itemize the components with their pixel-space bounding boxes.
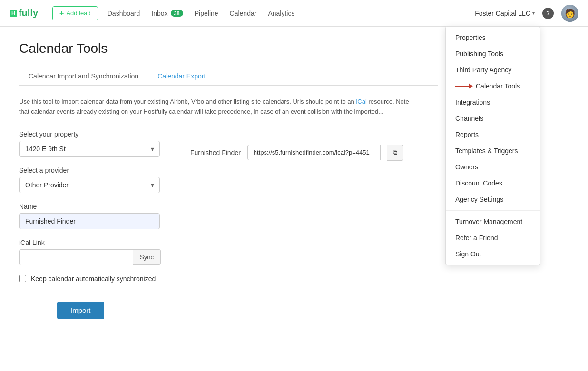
dropdown-item-owners[interactable]: Owners (446, 159, 540, 175)
furnished-copy-button[interactable]: ⧉ (387, 145, 403, 161)
main-content: Calendar Tools Calendar Import and Synch… (0, 27, 457, 333)
keep-synced-checkbox[interactable] (19, 275, 26, 282)
property-select[interactable]: 1420 E 9th St (19, 141, 160, 157)
dropdown-item-sign-out[interactable]: Sign Out (446, 246, 540, 262)
ical-row: Sync (19, 249, 162, 265)
copy-icon: ⧉ (393, 149, 397, 156)
tab-import-sync[interactable]: Calendar Import and Synchronization (19, 68, 148, 86)
ical-group: iCal Link Sync (19, 239, 162, 265)
inbox-count-badge: 38 (171, 10, 183, 17)
logo-icon: Hfully (10, 8, 38, 19)
name-group: Name (19, 203, 162, 229)
plus-icon: + (59, 9, 64, 18)
avatar-image: 🧑 (561, 5, 578, 22)
dropdown-item-turnover-management[interactable]: Turnover Management (446, 214, 540, 230)
dropdown-item-agency-settings[interactable]: Agency Settings (446, 191, 540, 207)
dropdown-item-publishing-tools[interactable]: Publishing Tools (446, 46, 540, 62)
furnished-finder-input[interactable] (247, 145, 381, 160)
add-lead-button[interactable]: + Add lead (52, 6, 98, 20)
nav-dashboard[interactable]: Dashboard (108, 10, 140, 17)
provider-select[interactable]: Other Provider (19, 177, 160, 193)
dropdown-item-calendar-tools[interactable]: Calendar Tools (446, 78, 540, 94)
nav-pipeline[interactable]: Pipeline (195, 10, 218, 17)
logo[interactable]: Hfully (10, 8, 38, 19)
keep-synced-label: Keep calendar automatically synchronized (31, 275, 156, 283)
chevron-down-icon: ▾ (532, 10, 535, 16)
dropdown-item-integrations[interactable]: Integrations (446, 94, 540, 110)
property-label: Select your property (19, 130, 162, 138)
dropdown-item-reports[interactable]: Reports (446, 127, 540, 143)
import-button[interactable]: Import (57, 302, 104, 319)
provider-label: Select a provider (19, 166, 162, 174)
dropdown-divider (446, 210, 540, 211)
ical-link[interactable]: iCal (356, 98, 366, 105)
nav-analytics[interactable]: Analytics (268, 10, 294, 17)
page-title: Calendar Tools (19, 41, 438, 56)
keep-synced-row: Keep calendar automatically synchronized (19, 275, 162, 283)
provider-group: Select a provider Other Provider (19, 166, 162, 193)
property-group: Select your property 1420 E 9th St (19, 130, 162, 157)
dropdown-item-channels[interactable]: Channels (446, 110, 540, 127)
dropdown-item-templates-triggers[interactable]: Templates & Triggers (446, 143, 540, 159)
provider-select-wrapper: Other Provider (19, 177, 160, 193)
company-selector[interactable]: Foster Capital LLC ▾ (475, 10, 535, 17)
nav-inbox[interactable]: Inbox 38 (151, 10, 183, 17)
dropdown-item-properties[interactable]: Properties (446, 29, 540, 46)
sync-button[interactable]: Sync (133, 249, 161, 265)
tab-export[interactable]: Calendar Export (148, 68, 215, 86)
description: Use this tool to import calendar data fr… (19, 97, 409, 117)
ical-input[interactable] (19, 249, 133, 265)
nav-right: Foster Capital LLC ▾ ? 🧑 (475, 5, 578, 22)
arrow-indicator (455, 83, 473, 89)
form-section: Select your property 1420 E 9th St Selec… (19, 130, 438, 283)
inbox-badge: Inbox 38 (151, 10, 183, 17)
nav-calendar[interactable]: Calendar (230, 10, 257, 17)
ical-label: iCal Link (19, 239, 162, 246)
furnished-finder-label: Furnished Finder (190, 149, 241, 156)
dropdown-item-third-party-agency[interactable]: Third Party Agency (446, 62, 540, 78)
dropdown-item-discount-codes[interactable]: Discount Codes (446, 175, 540, 191)
description-text-before: Use this tool to import calendar data fr… (19, 98, 356, 105)
form-right: Furnished Finder ⧉ (190, 130, 438, 283)
form-left: Select your property 1420 E 9th St Selec… (19, 130, 162, 283)
furnished-finder-row: Furnished Finder ⧉ (190, 145, 438, 161)
tabs: Calendar Import and Synchronization Cale… (19, 68, 438, 86)
nav-links: Dashboard Inbox 38 Pipeline Calendar Ana… (108, 10, 475, 17)
dropdown-menu: Properties Publishing Tools Third Party … (445, 26, 540, 265)
dropdown-item-refer-friend[interactable]: Refer a Friend (446, 230, 540, 246)
avatar[interactable]: 🧑 (561, 5, 578, 22)
help-button[interactable]: ? (542, 8, 554, 19)
name-input[interactable] (19, 213, 160, 229)
name-label: Name (19, 203, 162, 210)
property-select-wrapper: 1420 E 9th St (19, 141, 160, 157)
navbar: Hfully + Add lead Dashboard Inbox 38 Pip… (0, 0, 588, 27)
